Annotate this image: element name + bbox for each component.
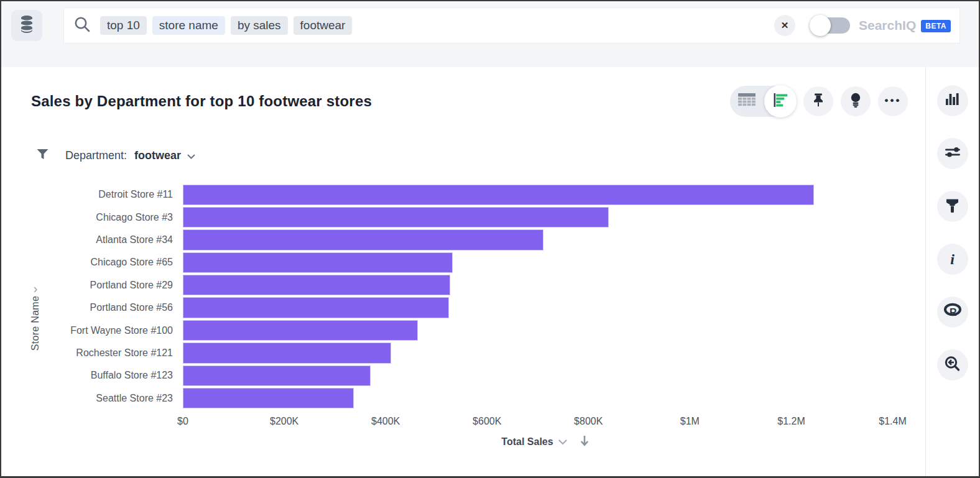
- info-icon: i: [950, 252, 955, 267]
- x-axis-tick-label: $1M: [680, 416, 700, 427]
- search-input[interactable]: top 10store nameby salesfootwear ✕ Searc…: [63, 7, 960, 44]
- column-chart-icon: [945, 92, 960, 109]
- data-source-button[interactable]: [11, 10, 42, 41]
- search-token[interactable]: by sales: [231, 16, 288, 35]
- funnel-icon: [36, 148, 49, 163]
- bar[interactable]: [183, 207, 609, 228]
- y-axis-label: Buffalo Store #123: [1, 370, 183, 381]
- bar-row: Rochester Store #121: [1, 342, 925, 364]
- search-drill-button[interactable]: [937, 349, 968, 380]
- x-axis-tick-label: $400K: [371, 416, 400, 427]
- top-search-bar: top 10store nameby salesfootwear ✕ Searc…: [1, 1, 979, 50]
- bar[interactable]: [183, 297, 449, 318]
- bar-row: Fort Wayne Store #100: [1, 319, 925, 341]
- database-icon: [19, 15, 35, 36]
- bar-track: [183, 387, 908, 410]
- bar[interactable]: [183, 275, 450, 295]
- bar-track: [183, 274, 908, 296]
- searchiq-label: SearchIQ: [859, 18, 916, 33]
- r-analytics-icon: R: [943, 303, 962, 321]
- chevron-down-icon[interactable]: [187, 149, 195, 162]
- style-button[interactable]: [937, 191, 968, 222]
- chevron-down-icon[interactable]: [558, 436, 567, 448]
- bar[interactable]: [183, 342, 391, 363]
- filter-row: Department: footwear: [36, 148, 925, 163]
- filter-value[interactable]: footwear: [134, 149, 181, 162]
- chart-type-button[interactable]: [937, 85, 968, 116]
- y-axis-label: Atlanta Store #34: [1, 234, 183, 246]
- x-axis-title[interactable]: Total Sales: [501, 436, 553, 448]
- x-axis-tick-label: $0: [177, 416, 188, 427]
- bar[interactable]: [183, 229, 543, 250]
- toggle-knob-icon: [810, 15, 831, 36]
- more-actions-button[interactable]: •••: [878, 86, 908, 116]
- chart-toolbar: •••: [730, 86, 908, 117]
- bar-track: [183, 342, 908, 364]
- clear-search-button[interactable]: ✕: [774, 15, 795, 36]
- bar-row: Chicago Store #3: [1, 206, 925, 228]
- bar-row: Portland Store #56: [1, 296, 925, 319]
- search-drill-icon: [944, 356, 961, 375]
- answer-card: Sales by Department for top 10 footwear …: [1, 67, 925, 476]
- search-icon: [73, 15, 91, 36]
- y-axis-label: Portland Store #56: [1, 302, 183, 313]
- bar-row: Portland Store #29: [1, 274, 925, 296]
- search-bar-right: ✕ SearchIQ BETA: [774, 15, 951, 36]
- x-axis-tick-label: $1.2M: [777, 416, 805, 427]
- bar[interactable]: [183, 320, 418, 341]
- more-ellipsis-icon: •••: [885, 94, 902, 108]
- bar-chart-view-button[interactable]: [764, 85, 797, 117]
- insights-bulb-icon: [849, 93, 862, 111]
- bar-chart: › Store Name Detroit Store #11Chicago St…: [1, 183, 925, 449]
- page-title: Sales by Department for top 10 footwear …: [31, 93, 372, 110]
- x-axis-tick-label: $600K: [473, 416, 501, 427]
- bar-track: [183, 229, 908, 251]
- bar-row: Chicago Store #65: [1, 251, 925, 273]
- style-brush-icon: [945, 198, 959, 215]
- bar-track: [183, 251, 908, 273]
- x-axis-title-row: Total Sales: [183, 434, 908, 449]
- pin-button[interactable]: [803, 86, 833, 116]
- bar-chart-view-icon: [772, 92, 788, 111]
- searchiq-toggle[interactable]: [811, 17, 850, 34]
- search-token[interactable]: store name: [152, 16, 225, 35]
- right-toolbar-rail: i R: [925, 67, 979, 476]
- sort-descending-arrow-icon[interactable]: [580, 434, 589, 449]
- bar-row: Detroit Store #11: [1, 183, 925, 206]
- bar-track: [183, 319, 908, 341]
- bar-row: Seattle Store #23: [1, 387, 925, 410]
- y-axis-label: Chicago Store #65: [1, 257, 183, 268]
- y-axis-label: Seattle Store #23: [1, 393, 183, 404]
- x-axis: $0$200K$400K$600K$800K$1M$1.2M$1.4M: [183, 416, 908, 430]
- y-axis-label: Chicago Store #3: [1, 212, 183, 223]
- insights-button[interactable]: [841, 86, 871, 116]
- search-token[interactable]: footwear: [294, 16, 353, 35]
- bar-row: Atlanta Store #34: [1, 229, 925, 251]
- svg-text:R: R: [950, 307, 957, 318]
- bar-rows: Detroit Store #11Chicago Store #3Atlanta…: [1, 183, 925, 410]
- bar[interactable]: [183, 388, 354, 408]
- y-axis-label: Rochester Store #121: [1, 347, 183, 359]
- page-background-strip: [1, 50, 979, 67]
- view-toggle: [730, 86, 796, 117]
- bar[interactable]: [183, 185, 814, 205]
- r-analytics-button[interactable]: R: [937, 296, 968, 328]
- search-token-list: top 10store nameby salesfootwear: [100, 16, 352, 35]
- x-axis-tick-label: $200K: [270, 416, 298, 427]
- table-view-icon: [738, 93, 756, 110]
- filter-label: Department:: [65, 149, 127, 162]
- configure-sliders-icon: [945, 146, 961, 161]
- beta-badge: BETA: [921, 20, 951, 32]
- table-view-button[interactable]: [730, 93, 764, 110]
- pin-icon: [811, 93, 825, 110]
- bar[interactable]: [183, 365, 371, 386]
- search-token[interactable]: top 10: [100, 16, 147, 35]
- configure-button[interactable]: [937, 138, 968, 169]
- bar[interactable]: [183, 252, 453, 273]
- bar-track: [183, 206, 908, 228]
- x-axis-tick-label: $800K: [574, 416, 603, 427]
- bar-track: [183, 183, 908, 206]
- info-button[interactable]: i: [937, 244, 968, 275]
- bar-track: [183, 364, 908, 387]
- bar-row: Buffalo Store #123: [1, 364, 925, 387]
